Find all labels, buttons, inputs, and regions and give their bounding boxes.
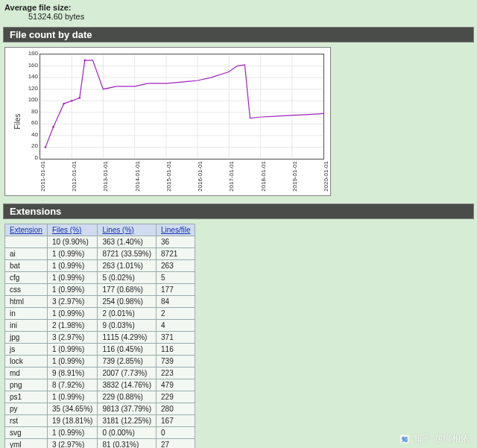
cell-lines: 5 (0.02%) — [98, 272, 157, 284]
chart-ytick: 80 — [31, 109, 38, 115]
cell-files: 1 (0.99%) — [47, 284, 97, 296]
chart-xtick: 2020-01-01 — [323, 161, 329, 192]
table-row: bat1 (0.99%)263 (1.01%)263 — [5, 260, 195, 272]
cell-ext: yml — [5, 439, 48, 449]
cell-lines: 739 (2.85%) — [98, 356, 157, 367]
table-row: html3 (2.97%)254 (0.98%)84 — [5, 296, 195, 308]
chart-xtick: 2019-01-01 — [291, 161, 298, 192]
ext-header-3[interactable]: Lines/file — [157, 224, 195, 236]
cell-lpf: 84 — [157, 296, 195, 308]
cell-lines: 116 (0.45%) — [98, 344, 157, 356]
cell-lines: 2 (0.01%) — [98, 308, 157, 320]
chart-ytick: 120 — [28, 86, 38, 92]
chart-ytick: 60 — [31, 120, 38, 126]
chart-ytick: 100 — [28, 97, 38, 103]
chart-xtick: 2013-01-01 — [102, 161, 109, 192]
cell-lines: 9813 (37.79%) — [98, 403, 157, 415]
cell-files: 1 (0.99%) — [47, 248, 97, 260]
cell-lpf: 167 — [157, 415, 195, 427]
cell-lpf: 36 — [157, 236, 195, 248]
cell-files: 3 (2.97%) — [47, 439, 97, 449]
table-row: png8 (7.92%)3832 (14.76%)479 — [5, 379, 195, 391]
cell-lpf: 5 — [157, 272, 195, 284]
cell-lpf: 280 — [157, 403, 195, 415]
table-row: ai1 (0.99%)8721 (33.59%)8721 — [5, 248, 195, 260]
cell-lpf: 0 — [157, 427, 195, 439]
cell-ext: py — [5, 403, 48, 415]
table-row: yml3 (2.97%)81 (0.31%)27 — [5, 439, 195, 449]
cell-lpf: 116 — [157, 344, 195, 356]
cell-ext: ini — [5, 320, 48, 332]
chart-ytick: 160 — [28, 63, 38, 69]
cell-files: 1 (0.99%) — [47, 356, 97, 367]
table-row: ini2 (1.98%)9 (0.03%)4 — [5, 320, 195, 332]
cell-files: 10 (9.90%) — [47, 236, 97, 248]
cell-ext — [5, 236, 48, 248]
zhihu-watermark: 知 知乎 @痕相依 — [399, 432, 470, 445]
table-row: css1 (0.99%)177 (0.68%)177 — [5, 284, 195, 296]
cell-files: 8 (7.92%) — [47, 379, 97, 391]
chart-xtick: 2012-01-01 — [71, 161, 78, 192]
cell-lpf: 739 — [157, 356, 195, 367]
cell-lpf: 479 — [157, 379, 195, 391]
cell-ext: html — [5, 296, 48, 308]
cell-files: 1 (0.99%) — [47, 272, 97, 284]
chart-xtick: 2015-01-01 — [165, 161, 172, 192]
chart-xtick: 2018-01-01 — [260, 161, 267, 192]
cell-lpf: 263 — [157, 260, 195, 272]
svg-point-21 — [52, 126, 54, 128]
extensions-table: ExtensionFiles (%)Lines (%)Lines/file 10… — [4, 224, 195, 448]
cell-files: 9 (8.91%) — [47, 367, 97, 379]
cell-lines: 8721 (33.59%) — [98, 248, 157, 260]
cell-ext: ps1 — [5, 391, 48, 403]
cell-lpf: 371 — [157, 332, 195, 344]
cell-lpf: 4 — [157, 320, 195, 332]
chart-xtick: 2014-01-01 — [134, 161, 141, 192]
svg-point-20 — [45, 146, 47, 148]
chart-ytick: 40 — [31, 132, 38, 138]
chart-file-count-by-date: Files 0204060801001201401601802011-01-01… — [4, 47, 331, 196]
cell-lpf: 229 — [157, 391, 195, 403]
ext-header-0[interactable]: Extension — [5, 224, 48, 236]
chart-xtick: 2017-01-01 — [228, 161, 235, 192]
ext-header-1[interactable]: Files (%) — [47, 224, 97, 236]
cell-lines: 0 (0.00%) — [98, 427, 157, 439]
table-row: jpg3 (2.97%)1115 (4.29%)371 — [5, 332, 195, 344]
chart-xtick: 2016-01-01 — [197, 161, 203, 192]
cell-files: 2 (1.98%) — [47, 320, 97, 332]
chart-ytick: 180 — [28, 51, 38, 57]
table-row: js1 (0.99%)116 (0.45%)116 — [5, 344, 195, 356]
cell-lines: 263 (1.01%) — [98, 260, 157, 272]
chart-ytick: 20 — [31, 143, 38, 149]
cell-lpf: 8721 — [157, 248, 195, 260]
cell-lpf: 27 — [157, 439, 195, 449]
zhihu-icon: 知 — [399, 434, 410, 444]
cell-ext: bat — [5, 260, 48, 272]
cell-files: 1 (0.99%) — [47, 427, 97, 439]
cell-lines: 229 (0.88%) — [98, 391, 157, 403]
ext-header-2[interactable]: Lines (%) — [98, 224, 157, 236]
cell-ext: rst — [5, 415, 48, 427]
cell-ext: js — [5, 344, 48, 356]
svg-point-25 — [84, 59, 86, 61]
cell-ext: ai — [5, 248, 48, 260]
cell-ext: in — [5, 308, 48, 320]
svg-point-24 — [78, 97, 80, 99]
svg-text:知: 知 — [401, 435, 408, 442]
chart-ytick: 140 — [28, 74, 38, 80]
table-row: 10 (9.90%)363 (1.40%)36 — [5, 236, 195, 248]
cell-files: 1 (0.99%) — [47, 308, 97, 320]
cell-ext: md — [5, 367, 48, 379]
cell-files: 19 (18.81%) — [47, 415, 97, 427]
cell-ext: lock — [5, 356, 48, 367]
chart-ytick: 0 — [35, 155, 38, 161]
cell-lpf: 223 — [157, 367, 195, 379]
table-row: rst19 (18.81%)3181 (12.25%)167 — [5, 415, 195, 427]
cell-lines: 9 (0.03%) — [98, 320, 157, 332]
cell-lines: 3832 (14.76%) — [98, 379, 157, 391]
table-row: lock1 (0.99%)739 (2.85%)739 — [5, 356, 195, 367]
cell-lines: 3181 (12.25%) — [98, 415, 157, 427]
avg-file-size-value: 51324.60 bytes — [28, 12, 473, 21]
cell-files: 3 (2.97%) — [47, 296, 97, 308]
table-row: cfg1 (0.99%)5 (0.02%)5 — [5, 272, 195, 284]
